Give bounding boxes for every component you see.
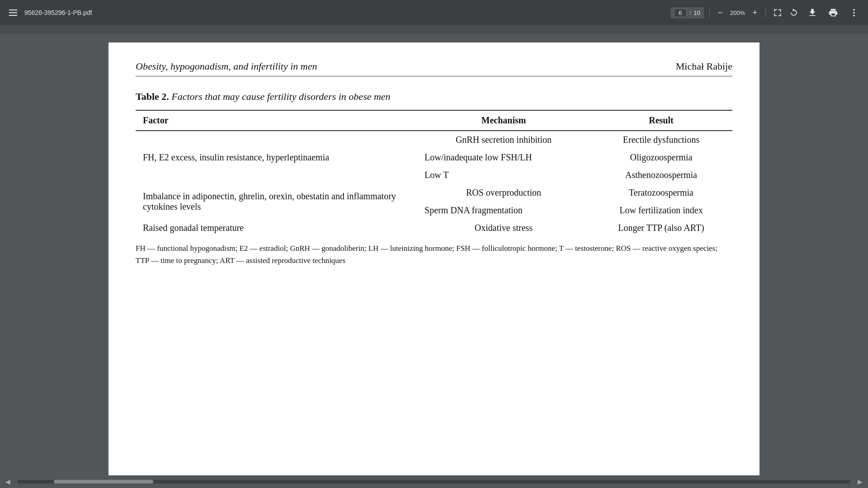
table-row: Imbalance in adiponectin, ghrelin, orexi… xyxy=(136,184,732,202)
horizontal-scrollbar-thumb[interactable] xyxy=(54,480,153,483)
mechanism-cell: GnRH secretion inhibition xyxy=(417,131,590,149)
fit-page-button[interactable] xyxy=(771,6,784,19)
table-caption-prefix: Table 2. xyxy=(136,91,169,102)
toolbar-divider-1 xyxy=(709,7,710,18)
toolbar-divider-2 xyxy=(765,7,766,18)
table-body: FH, E2 excess, insulin resistance, hyper… xyxy=(136,131,732,237)
more-options-icon xyxy=(849,8,859,18)
result-cell: Low fertilization index xyxy=(590,202,732,219)
hamburger-icon xyxy=(9,9,17,16)
page-total: 10 xyxy=(694,9,700,16)
download-icon xyxy=(807,8,817,18)
toolbar-center: / 10 − 200% + xyxy=(670,6,800,19)
svg-rect-5 xyxy=(774,14,775,16)
page-separator: / xyxy=(689,9,691,16)
table-caption-italic: Factors that may cause fertility disorde… xyxy=(171,91,390,102)
mechanism-cell: Sperm DNA fragmentation xyxy=(417,202,590,219)
rotate-button[interactable] xyxy=(788,6,800,19)
result-cell: Oligozoospermia xyxy=(590,149,732,166)
data-table: Factor Mechanism Result FH, E2 excess, i… xyxy=(136,110,732,237)
result-cell: Erectile dysfunctions xyxy=(590,131,732,149)
result-cell: Asthenozoospermia xyxy=(590,166,732,184)
pdf-area: Obesity, hypogonadism, and infertility i… xyxy=(0,33,868,475)
more-options-button[interactable] xyxy=(847,6,861,19)
mechanism-cell: Oxidative stress xyxy=(417,219,590,237)
zoom-out-button[interactable]: − xyxy=(715,8,726,18)
page-header-author: Michał Rabije xyxy=(676,61,732,72)
page-navigation: / 10 xyxy=(670,7,704,19)
table-header-row: Factor Mechanism Result xyxy=(136,110,732,131)
page-header: Obesity, hypogonadism, and infertility i… xyxy=(136,61,732,76)
svg-rect-3 xyxy=(780,9,781,12)
zoom-in-button[interactable]: + xyxy=(750,8,760,18)
print-icon xyxy=(828,8,838,18)
table-caption: Table 2. Factors that may cause fertilit… xyxy=(136,91,732,103)
table-header: Factor Mechanism Result xyxy=(136,110,732,131)
bottom-scrollbar-bar: ◀ ▶ xyxy=(0,475,868,488)
page-header-title: Obesity, hypogonadism, and infertility i… xyxy=(136,61,317,72)
print-button[interactable] xyxy=(826,6,840,19)
factor-cell-1: FH, E2 excess, insulin resistance, hyper… xyxy=(136,131,417,184)
svg-point-8 xyxy=(853,9,855,11)
svg-point-9 xyxy=(853,12,855,14)
download-button[interactable] xyxy=(806,6,819,19)
page-number-input[interactable] xyxy=(674,9,687,17)
filename-label: 95626-395296-1-PB.pdf xyxy=(24,9,92,16)
toolbar: 95626-395296-1-PB.pdf / 10 − 200% + xyxy=(0,0,868,25)
zoom-value: 200% xyxy=(728,9,747,16)
table-row: Raised gonadal temperature Oxidative str… xyxy=(136,219,732,237)
scroll-left-arrow[interactable]: ◀ xyxy=(5,478,10,486)
sub-toolbar-band xyxy=(0,25,868,33)
svg-point-10 xyxy=(853,15,855,17)
result-cell: Longer TTP (also ART) xyxy=(590,219,732,237)
scroll-right-arrow[interactable]: ▶ xyxy=(858,478,863,486)
menu-button[interactable] xyxy=(7,8,19,18)
mechanism-cell: ROS overproduction xyxy=(417,184,590,202)
mechanism-cell: Low/inadequate low FSH/LH xyxy=(417,149,590,166)
zoom-control: − 200% + xyxy=(715,8,760,18)
table-row: FH, E2 excess, insulin resistance, hyper… xyxy=(136,131,732,149)
fit-page-icon xyxy=(773,8,782,17)
table-footnote: FH — functional hypogonadism; E2 — estra… xyxy=(136,242,732,267)
mechanism-cell: Low T xyxy=(417,166,590,184)
factor-cell-2: Imbalance in adiponectin, ghrelin, orexi… xyxy=(136,184,417,219)
horizontal-scrollbar-track[interactable] xyxy=(18,480,850,483)
col-header-result: Result xyxy=(590,110,732,131)
factor-cell-3: Raised gonadal temperature xyxy=(136,219,417,237)
svg-rect-1 xyxy=(774,9,775,12)
toolbar-left: 95626-395296-1-PB.pdf xyxy=(7,8,665,18)
result-cell: Teratozoospermia xyxy=(590,184,732,202)
svg-rect-7 xyxy=(780,14,781,16)
rotate-icon xyxy=(789,8,798,17)
pdf-page: Obesity, hypogonadism, and infertility i… xyxy=(108,42,760,475)
col-header-mechanism: Mechanism xyxy=(417,110,590,131)
col-header-factor: Factor xyxy=(136,110,417,131)
toolbar-right xyxy=(806,6,861,19)
